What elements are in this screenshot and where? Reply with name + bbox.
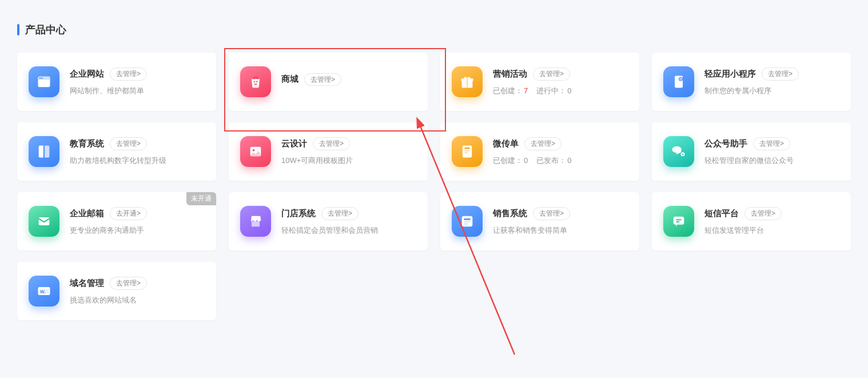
section-title: 产品中心	[25, 23, 66, 37]
manage-button[interactable]: 去管理>	[110, 277, 147, 290]
card-head: 短信平台去管理>	[704, 207, 839, 220]
product-card[interactable]: 教育系统去管理>助力教培机构数字化转型升级	[17, 122, 216, 181]
svg-point-12	[253, 149, 255, 152]
product-card[interactable]: 门店系统去管理>轻松搞定会员管理和会员营销	[229, 192, 428, 250]
manage-button[interactable]: 去管理>	[110, 67, 147, 81]
store-icon	[240, 206, 271, 237]
card-subtitle: 已创建：7 进行中：0	[493, 85, 628, 97]
card-title: 企业网站	[70, 69, 104, 79]
svg-rect-24	[674, 217, 684, 225]
product-card[interactable]: 商城去管理>	[229, 53, 428, 111]
image-icon	[240, 136, 271, 167]
manage-button[interactable]: 去管理>	[110, 137, 147, 150]
svg-rect-16	[464, 152, 468, 153]
card-body: 域名管理去管理>挑选喜欢的网站域名	[70, 277, 205, 305]
card-head: 企业网站去管理>	[70, 67, 205, 81]
svg-rect-29	[45, 290, 49, 291]
card-head: 教育系统去管理>	[70, 137, 205, 150]
card-subtitle: 轻松搞定会员管理和会员营销	[281, 225, 416, 236]
svg-rect-19	[252, 221, 260, 226]
product-card[interactable]: 轻应用小程序去管理>制作您的专属小程序	[652, 53, 851, 111]
card-subtitle: 轻松管理自家的微信公众号	[704, 155, 839, 166]
section-header: 产品中心	[17, 23, 851, 37]
card-head: 销售系统去管理>	[493, 207, 628, 220]
product-grid: 企业网站去管理>网站制作、维护都简单商城去管理>营销活动去管理>已创建：7 进行…	[17, 53, 851, 320]
manage-button[interactable]: 去管理>	[321, 207, 359, 220]
card-subtitle: 已创建：0 已发布：0	[493, 155, 628, 166]
message-icon	[663, 206, 694, 237]
svg-rect-21	[464, 218, 471, 220]
card-body: 微传单去管理>已创建：0 已发布：0	[493, 137, 628, 166]
manage-button[interactable]: 去管理>	[744, 207, 782, 220]
product-card[interactable]: 云设计去管理>10W+可商用模板图片	[229, 122, 428, 181]
card-body: 公众号助手去管理>轻松管理自家的微信公众号	[704, 137, 839, 166]
product-card[interactable]: 公众号助手去管理>轻松管理自家的微信公众号	[652, 122, 851, 181]
card-title: 微传单	[493, 138, 519, 149]
card-head: 门店系统去管理>	[281, 207, 416, 220]
svg-rect-25	[676, 220, 681, 221]
product-card[interactable]: 企业网站去管理>网站制作、维护都简单	[17, 53, 216, 111]
miniapp-icon	[663, 66, 694, 97]
product-card[interactable]: 微传单去管理>已创建：0 已发布：0	[440, 122, 639, 181]
card-body: 企业网站去管理>网站制作、维护都简单	[70, 67, 205, 96]
domain-icon: W.	[29, 276, 59, 307]
card-subtitle: 网站制作、维护都简单	[70, 85, 205, 97]
card-subtitle: 让获客和销售变得简单	[493, 225, 628, 236]
manage-button[interactable]: 去管理>	[304, 73, 341, 86]
svg-point-4	[254, 81, 255, 82]
card-head: 轻应用小程序去管理>	[704, 67, 839, 81]
product-card[interactable]: 销售系统去管理>让获客和销售变得简单	[440, 192, 639, 250]
card-body: 商城去管理>	[281, 73, 416, 91]
card-title: 短信平台	[704, 208, 739, 219]
card-body: 教育系统去管理>助力教培机构数字化转型升级	[70, 137, 205, 166]
activate-button[interactable]: 去开通>	[110, 207, 147, 220]
card-body: 门店系统去管理>轻松搞定会员管理和会员营销	[281, 207, 416, 236]
svg-point-3	[41, 77, 42, 78]
card-title: 门店系统	[281, 208, 316, 219]
card-subtitle: 短信发送管理平台	[704, 225, 839, 236]
manage-button[interactable]: 去管理>	[524, 137, 562, 150]
bag-icon	[240, 66, 271, 97]
flyer-icon	[452, 136, 483, 167]
card-title: 域名管理	[70, 278, 104, 289]
product-card[interactable]: 未开通企业邮箱去开通>更专业的商务沟通助手	[17, 192, 216, 250]
svg-point-10	[679, 77, 683, 81]
product-card[interactable]: 营销活动去管理>已创建：7 进行中：0	[440, 53, 639, 111]
svg-rect-26	[676, 221, 679, 222]
card-head: 云设计去管理>	[281, 137, 416, 150]
card-head: 域名管理去管理>	[70, 277, 205, 290]
gift-icon	[452, 66, 483, 97]
product-card[interactable]: 短信平台去管理>短信发送管理平台	[652, 192, 851, 250]
card-body: 轻应用小程序去管理>制作您的专属小程序	[704, 67, 839, 96]
manage-button[interactable]: 去管理>	[753, 137, 790, 150]
card-head: 公众号助手去管理>	[704, 137, 839, 150]
svg-rect-15	[464, 150, 469, 152]
svg-rect-14	[464, 148, 469, 149]
card-title: 轻应用小程序	[704, 69, 756, 79]
manage-button[interactable]: 去管理>	[533, 67, 570, 81]
card-body: 云设计去管理>10W+可商用模板图片	[281, 137, 416, 166]
card-subtitle: 制作您的专属小程序	[704, 85, 839, 97]
card-body: 销售系统去管理>让获客和销售变得简单	[493, 207, 628, 236]
card-title: 企业邮箱	[70, 208, 104, 219]
card-head: 商城去管理>	[281, 73, 416, 86]
manage-button[interactable]: 去管理>	[313, 137, 350, 150]
section-accent-bar	[17, 24, 19, 35]
card-title: 云设计	[281, 138, 307, 149]
card-title: 商城	[281, 74, 298, 85]
book-icon	[29, 136, 59, 167]
card-head: 企业邮箱去开通>	[70, 207, 205, 220]
svg-rect-18	[39, 217, 50, 225]
manage-button[interactable]: 去管理>	[762, 67, 799, 81]
svg-text:W.: W.	[40, 289, 46, 295]
card-head: 营销活动去管理>	[493, 67, 628, 81]
layout-icon	[29, 66, 59, 97]
card-subtitle: 助力教培机构数字化转型升级	[70, 155, 205, 166]
inactive-badge: 未开通	[186, 192, 216, 205]
wechat-icon	[663, 136, 694, 167]
svg-rect-8	[467, 78, 468, 87]
manage-button[interactable]: 去管理>	[533, 207, 570, 220]
svg-rect-30	[45, 292, 49, 293]
product-card[interactable]: W.域名管理去管理>挑选喜欢的网站域名	[17, 262, 216, 320]
svg-point-2	[39, 77, 41, 78]
